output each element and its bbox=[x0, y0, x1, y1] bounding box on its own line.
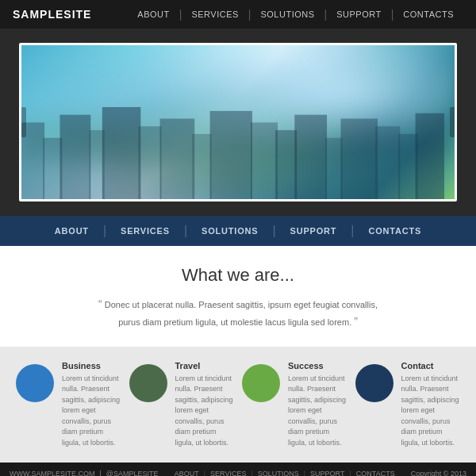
feature-title-1: Travel bbox=[175, 361, 235, 370]
content-heading: What we are... bbox=[32, 265, 444, 286]
svg-rect-15 bbox=[398, 134, 417, 199]
copyright-text: Copyright © 2013 bbox=[411, 470, 466, 476]
feature-desc-3: Lorem ut tincidunt nulla. Praesent sagit… bbox=[401, 374, 461, 449]
top-navigation: SAMPLESITE ABOUT | SERVICES | SOLUTIONS … bbox=[0, 0, 476, 29]
feature-title-0: Business bbox=[62, 361, 121, 370]
svg-rect-13 bbox=[341, 118, 378, 199]
blue-navigation: ABOUT | SERVICES | SOLUTIONS | SUPPORT |… bbox=[0, 216, 476, 246]
content-body: Donec ut placerat nulla. Praesent sagitt… bbox=[95, 295, 381, 331]
hero-section: ‹ › bbox=[0, 29, 476, 216]
feature-item-3: Contact Lorem ut tincidunt nulla. Praese… bbox=[355, 361, 461, 449]
feature-text-0: Business Lorem ut tincidunt nulla. Praes… bbox=[62, 361, 121, 449]
top-nav-solutions[interactable]: SOLUTIONS bbox=[251, 10, 324, 19]
svg-rect-1 bbox=[43, 137, 62, 199]
bottom-left-links: WWW.SAMPLESITE.COM | @SAMPLESITE bbox=[10, 470, 159, 476]
svg-rect-4 bbox=[102, 107, 140, 199]
bottom-nav-solutions[interactable]: SOLUTIONS bbox=[253, 470, 304, 476]
top-nav-support[interactable]: SUPPORT bbox=[327, 10, 390, 19]
bottom-nav-support[interactable]: SUPPORT bbox=[305, 470, 349, 476]
feature-circle-3 bbox=[355, 364, 393, 402]
feature-desc-0: Lorem ut tincidunt nulla. Praesent sagit… bbox=[62, 374, 121, 449]
bottom-nav-about[interactable]: ABOUT bbox=[170, 470, 204, 476]
feature-text-2: Success Lorem ut tincidunt nulla. Praese… bbox=[288, 361, 347, 449]
bottom-social[interactable]: @SAMPLESITE bbox=[106, 470, 159, 476]
top-nav-about[interactable]: ABOUT bbox=[128, 10, 178, 19]
svg-rect-11 bbox=[294, 114, 327, 199]
bottom-nav-services[interactable]: SERVICES bbox=[205, 470, 251, 476]
svg-rect-14 bbox=[375, 126, 400, 199]
svg-rect-5 bbox=[138, 126, 161, 199]
hero-prev-button[interactable]: ‹ bbox=[19, 107, 26, 137]
feature-desc-2: Lorem ut tincidunt nulla. Praesent sagit… bbox=[288, 374, 347, 449]
top-nav-contacts[interactable]: CONTACTS bbox=[393, 10, 463, 19]
feature-circle-0 bbox=[16, 364, 54, 402]
svg-rect-8 bbox=[210, 110, 252, 199]
top-nav-services[interactable]: SERVICES bbox=[182, 10, 248, 19]
bottom-site-url[interactable]: WWW.SAMPLESITE.COM bbox=[10, 470, 95, 476]
hero-next-button[interactable]: › bbox=[450, 107, 457, 137]
blue-nav-solutions[interactable]: SOLUTIONS bbox=[187, 226, 272, 236]
blue-nav-support[interactable]: SUPPORT bbox=[276, 226, 351, 236]
blue-nav-about[interactable]: ABOUT bbox=[40, 226, 103, 236]
bottom-center-links: ABOUT|SERVICES|SOLUTIONS|SUPPORT|CONTACT… bbox=[165, 470, 405, 476]
svg-rect-9 bbox=[251, 122, 278, 199]
feature-text-1: Travel Lorem ut tincidunt nulla. Praesen… bbox=[175, 361, 235, 449]
feature-title-2: Success bbox=[288, 361, 347, 370]
features-section: Business Lorem ut tincidunt nulla. Praes… bbox=[0, 347, 476, 463]
blue-nav-services[interactable]: SERVICES bbox=[106, 226, 184, 236]
svg-rect-16 bbox=[416, 113, 445, 199]
feature-title-3: Contact bbox=[401, 361, 461, 370]
feature-item-2: Success Lorem ut tincidunt nulla. Praese… bbox=[242, 361, 347, 449]
feature-desc-1: Lorem ut tincidunt nulla. Praesent sagit… bbox=[175, 374, 235, 449]
feature-item-0: Business Lorem ut tincidunt nulla. Praes… bbox=[16, 361, 121, 449]
svg-rect-12 bbox=[325, 137, 342, 199]
hero-slider: ‹ › bbox=[19, 43, 457, 202]
feature-text-3: Contact Lorem ut tincidunt nulla. Praese… bbox=[401, 361, 461, 449]
feature-item-1: Travel Lorem ut tincidunt nulla. Praesen… bbox=[129, 361, 235, 449]
blue-nav-contacts[interactable]: CONTACTS bbox=[355, 226, 436, 236]
feature-circle-2 bbox=[242, 364, 280, 402]
bottom-nav-contacts[interactable]: CONTACTS bbox=[351, 470, 400, 476]
svg-rect-7 bbox=[192, 134, 211, 199]
top-nav-links: ABOUT | SERVICES | SOLUTIONS | SUPPORT |… bbox=[128, 8, 463, 21]
site-logo: SAMPLESITE bbox=[13, 8, 91, 21]
bottom-sep: | bbox=[100, 470, 102, 476]
content-section: What we are... Donec ut placerat nulla. … bbox=[0, 246, 476, 347]
svg-rect-6 bbox=[160, 118, 195, 199]
svg-rect-10 bbox=[275, 130, 297, 199]
svg-rect-2 bbox=[60, 114, 90, 199]
bottom-bar: WWW.SAMPLESITE.COM | @SAMPLESITE ABOUT|S… bbox=[0, 463, 476, 476]
feature-circle-1 bbox=[129, 364, 167, 402]
city-silhouette bbox=[21, 107, 444, 199]
